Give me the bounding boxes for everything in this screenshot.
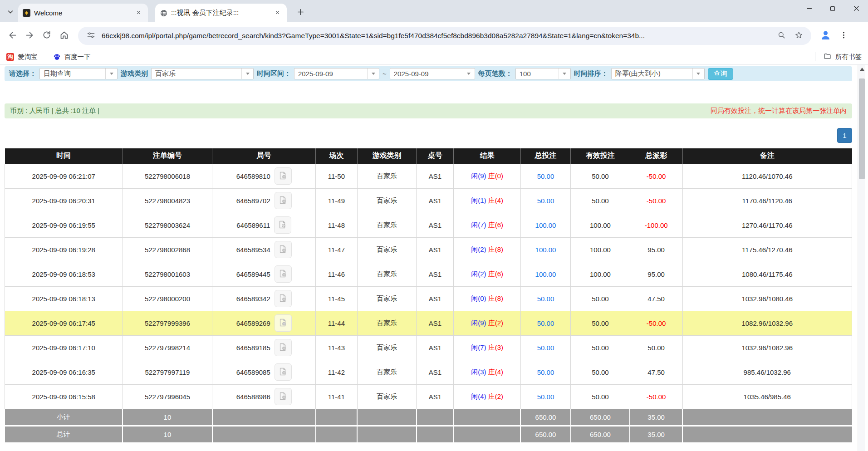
cell-remark: 1032.96/1080.46 <box>682 286 852 311</box>
cell-result: 闲(0) 庄(8) <box>454 286 520 311</box>
back-button[interactable] <box>4 27 21 44</box>
minimize-button[interactable] <box>797 0 821 18</box>
reload-button[interactable] <box>38 27 55 44</box>
total-bet-link[interactable]: 50.00 <box>537 368 554 376</box>
video-replay-button[interactable] <box>275 167 292 185</box>
video-replay-button[interactable] <box>275 363 292 381</box>
table-header: 时间 注单编号 局号 场次 游戏类别 桌号 结果 总投注 有效投注 总派彩 备注 <box>5 148 852 164</box>
cell-result: 闲(2) 庄(8) <box>454 237 520 262</box>
result-banker: 庄(4) <box>488 368 503 376</box>
round-number: 646588986 <box>236 393 270 401</box>
select-arrow-icon <box>692 69 704 79</box>
per-page-select[interactable]: 100 <box>515 68 571 79</box>
all-bookmarks-button[interactable]: 所有书签 <box>824 52 862 62</box>
minimize-icon <box>806 5 812 13</box>
video-replay-button[interactable] <box>275 388 292 405</box>
forward-button[interactable] <box>21 27 38 44</box>
pagination: 1 <box>5 128 852 143</box>
video-replay-button[interactable] <box>275 192 292 209</box>
cell-result: 闲(9) 庄(2) <box>454 311 520 335</box>
bookmark-aitaobao[interactable]: 淘 爱淘宝 <box>6 53 38 61</box>
total-bet-link[interactable]: 100.00 <box>535 221 556 229</box>
total-bet-link[interactable]: 50.00 <box>537 172 554 180</box>
tab-close-button[interactable] <box>272 8 282 18</box>
cell-valid-bet: 100.00 <box>571 262 630 286</box>
mode-select[interactable]: 日期查询 <box>39 68 118 79</box>
browser-menu-button[interactable] <box>836 28 851 44</box>
select-arrow-icon <box>241 69 253 79</box>
video-replay-icon <box>278 220 288 231</box>
cell-valid-bet: 50.00 <box>571 335 630 360</box>
total-total-bet: 650.00 <box>520 426 570 442</box>
scrollbar-thumb[interactable] <box>859 78 865 179</box>
total-bet-link[interactable]: 100.00 <box>535 270 556 278</box>
cell-game-type: 百家乐 <box>357 335 417 360</box>
video-replay-button[interactable] <box>275 265 292 283</box>
bookmarks-separator <box>815 52 815 61</box>
result-banker: 庄(0) <box>488 172 503 180</box>
cell-remark: 1032.96/1082.96 <box>682 335 852 360</box>
cell-game-type: 百家乐 <box>357 164 417 188</box>
cell-remark: 1175.46/1270.46 <box>682 237 852 262</box>
game-type-select[interactable]: 百家乐 <box>151 68 254 79</box>
bookmark-label: 百度一下 <box>64 53 91 61</box>
close-icon <box>853 5 859 13</box>
tune-icon <box>87 31 95 41</box>
cell-bet-id: 522798003624 <box>123 213 212 237</box>
zoom-button[interactable] <box>775 29 788 42</box>
total-bet-link[interactable]: 50.00 <box>537 295 554 303</box>
cell-session: 11-50 <box>316 164 357 188</box>
sort-select[interactable]: 降幂(由大到小) <box>611 68 705 79</box>
total-bet-link[interactable]: 50.00 <box>537 393 554 401</box>
video-replay-button[interactable] <box>275 339 292 356</box>
tab-welcome[interactable]: Welcome <box>18 4 148 22</box>
page-scrollbar[interactable] <box>858 65 865 451</box>
video-replay-button[interactable] <box>275 314 292 332</box>
cell-bet-id: 522798006018 <box>123 164 212 188</box>
subtotal-row: 小计 10 650.00 650.00 35.00 <box>5 409 852 426</box>
scrollbar-up-arrow[interactable] <box>858 65 866 73</box>
cell-payout: -50.00 <box>630 311 682 335</box>
header-game-type: 游戏类别 <box>357 148 417 164</box>
address-bar[interactable]: 66cxkj98.com/ipl/portal.php/game/betreco… <box>78 27 811 45</box>
video-replay-button[interactable] <box>274 216 291 234</box>
total-bet-link[interactable]: 50.00 <box>537 319 554 327</box>
maximize-icon <box>830 6 835 13</box>
video-replay-button[interactable] <box>275 290 292 307</box>
close-window-button[interactable] <box>844 0 868 18</box>
maximize-button[interactable] <box>821 0 844 18</box>
tab-bet-record[interactable]: :::视讯 会员下注纪录::: <box>155 4 287 22</box>
cell-valid-bet: 100.00 <box>571 237 630 262</box>
cell-game-type: 百家乐 <box>357 286 417 311</box>
new-tab-button[interactable] <box>294 6 307 19</box>
video-replay-button[interactable] <box>275 241 292 258</box>
query-button[interactable]: 查询 <box>708 68 733 80</box>
tab-close-button[interactable] <box>133 8 143 18</box>
cell-time: 2025-09-09 06:19:28 <box>5 237 123 262</box>
date-from-select[interactable]: 2025-09-09 <box>294 68 379 79</box>
total-bet-link[interactable]: 100.00 <box>535 246 556 254</box>
date-to-select[interactable]: 2025-09-09 <box>390 68 475 79</box>
bookmark-star-button[interactable] <box>792 29 805 42</box>
cell-valid-bet: 100.00 <box>571 213 630 237</box>
cell-session: 11-46 <box>316 262 357 286</box>
tab-title: Welcome <box>34 9 130 17</box>
home-button[interactable] <box>55 27 73 44</box>
bookmark-baidu[interactable]: 百度一下 <box>53 53 91 61</box>
window-controls <box>797 0 868 18</box>
cell-session: 11-42 <box>316 360 357 384</box>
total-payout: 35.00 <box>630 426 682 442</box>
total-bet-link[interactable]: 50.00 <box>537 344 554 352</box>
cell-total-bet: 100.00 <box>520 262 570 286</box>
total-bet-link[interactable]: 50.00 <box>537 197 554 205</box>
tab-search-button[interactable] <box>5 6 16 18</box>
result-banker: 庄(4) <box>488 196 503 204</box>
profile-avatar[interactable] <box>818 28 833 44</box>
cell-payout: 95.00 <box>630 237 682 262</box>
table-row: 2025-09-09 06:18:13 522798000200 6465893… <box>5 286 852 311</box>
page-1-button[interactable]: 1 <box>837 128 852 143</box>
site-info-button[interactable] <box>84 29 97 42</box>
total-count: 10 <box>123 426 212 442</box>
result-player: 闲(7) <box>471 221 486 229</box>
cell-total-bet: 50.00 <box>520 286 570 311</box>
